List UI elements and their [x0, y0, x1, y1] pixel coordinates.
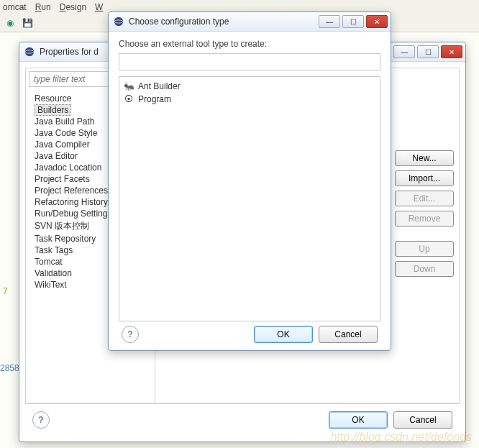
- config-type-label: Ant Builder: [138, 81, 181, 91]
- close-button[interactable]: ✕: [366, 15, 388, 28]
- properties-ok-button[interactable]: OK: [329, 411, 388, 429]
- properties-cancel-button[interactable]: Cancel: [393, 411, 452, 429]
- tomcat-run-icon[interactable]: ◉: [4, 17, 16, 29]
- help-icon[interactable]: ?: [122, 326, 139, 343]
- config-type-item[interactable]: ⦿Program: [124, 93, 375, 106]
- menu-tomcat[interactable]: omcat: [3, 2, 27, 12]
- svg-point-2: [114, 17, 123, 26]
- tree-item[interactable]: Builders: [35, 104, 71, 116]
- help-icon[interactable]: ?: [32, 411, 50, 429]
- editor-line-number: 7: [3, 286, 8, 296]
- choose-config-dialog: Choose configuration type — ☐ ✕ Choose a…: [108, 12, 391, 351]
- ant-icon: 🐜: [124, 81, 134, 91]
- menu-run[interactable]: Run: [35, 2, 51, 12]
- choose-titlebar: Choose configuration type — ☐ ✕: [109, 12, 391, 32]
- ide-menu-bar: omcat Run Design W: [0, 2, 103, 12]
- program-icon: ⦿: [124, 94, 134, 104]
- builders-button-group: New... Import... Edit... Remove Up Down: [395, 150, 454, 277]
- edit-button: Edit...: [395, 191, 454, 206]
- ide-toolbar: ◉ 💾: [4, 17, 33, 29]
- up-button: Up: [395, 241, 454, 257]
- maximize-button[interactable]: ☐: [342, 15, 364, 28]
- minimize-button[interactable]: —: [319, 15, 340, 28]
- choose-prompt: Choose an external tool type to create:: [119, 39, 380, 49]
- maximize-button[interactable]: ☐: [417, 45, 439, 58]
- svg-point-0: [25, 47, 34, 56]
- menu-design[interactable]: Design: [60, 2, 86, 12]
- config-type-label: Program: [138, 94, 171, 104]
- import-button[interactable]: Import...: [395, 170, 454, 186]
- config-type-list[interactable]: 🐜Ant Builder⦿Program: [119, 76, 380, 321]
- menu-w[interactable]: W: [95, 2, 103, 12]
- eclipse-icon: [24, 46, 35, 58]
- down-button: Down: [395, 261, 454, 277]
- config-type-item[interactable]: 🐜Ant Builder: [124, 80, 375, 93]
- close-button[interactable]: ✕: [441, 45, 462, 58]
- choose-ok-button[interactable]: OK: [254, 326, 313, 343]
- eclipse-icon: [113, 16, 124, 27]
- choose-title: Choose configuration type: [129, 17, 319, 27]
- choose-cancel-button[interactable]: Cancel: [319, 326, 378, 343]
- remove-button: Remove: [395, 211, 454, 227]
- tomcat-save-icon[interactable]: 💾: [22, 17, 33, 29]
- new-button[interactable]: New...: [395, 150, 454, 166]
- choose-filter-input[interactable]: [119, 53, 380, 70]
- minimize-button[interactable]: —: [393, 45, 415, 58]
- editor-gutter-number: 2858: [0, 363, 19, 373]
